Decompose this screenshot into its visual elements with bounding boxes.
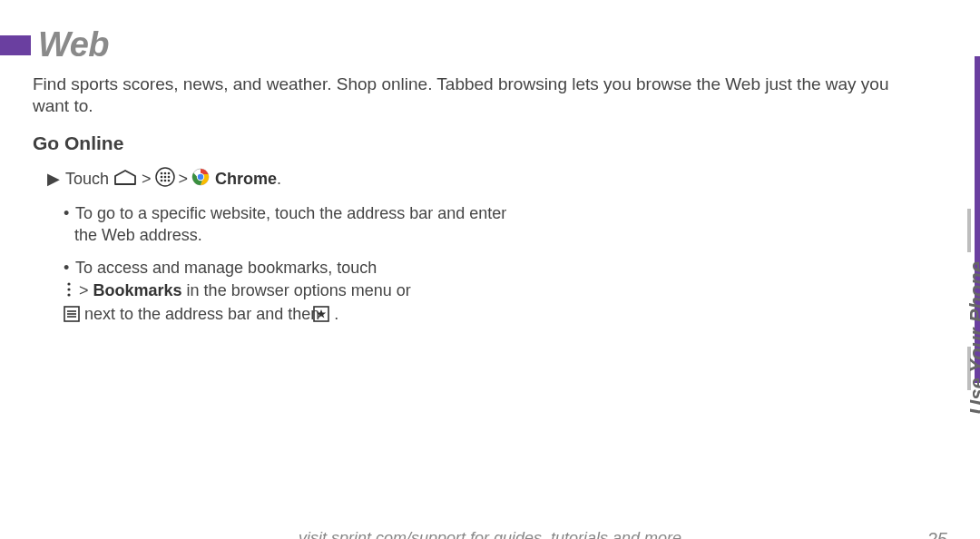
side-tab-label: Use Your Phone: [965, 261, 980, 415]
home-icon: [113, 168, 138, 191]
chrome-icon: [191, 168, 210, 191]
greater-than-2: >: [179, 170, 189, 189]
bullet-2-line-1: To access and manage bookmarks, touch: [75, 259, 377, 277]
touch-label: Touch: [65, 170, 109, 189]
svg-point-6: [167, 175, 170, 178]
svg-point-15: [67, 293, 70, 296]
svg-point-1: [160, 172, 162, 174]
heading-accent-bar: [0, 35, 31, 55]
bookmarks-label: Bookmarks: [93, 281, 182, 299]
page-list-icon: [74, 306, 80, 328]
svg-point-12: [198, 173, 203, 179]
svg-point-13: [67, 282, 70, 285]
svg-point-4: [160, 175, 162, 178]
heading-text: Web: [38, 25, 109, 64]
bullet-2: • To access and manage bookmarks, touch …: [64, 257, 528, 328]
bullet-dot-2: •: [64, 259, 69, 277]
page-number: 25: [927, 529, 947, 539]
bullet-1-text: To go to a specific website, touch the a…: [74, 204, 506, 244]
svg-point-8: [163, 179, 166, 181]
svg-point-3: [167, 172, 170, 174]
intro-paragraph: Find sports scores, news, and weather. S…: [33, 74, 904, 118]
bullet-1: • To go to a specific website, touch the…: [64, 202, 528, 247]
manual-page: Web Find sports scores, news, and weathe…: [0, 25, 980, 539]
svg-point-2: [163, 172, 166, 174]
footer-text: visit sprint.com/support for guides, tut…: [0, 529, 980, 539]
step-touch-sequence: ▶ Touch > >: [47, 167, 980, 191]
svg-point-5: [163, 175, 166, 178]
section-heading: Web: [0, 25, 980, 64]
step-marker: ▶: [47, 169, 60, 189]
apps-grid-icon: [155, 167, 175, 191]
side-tab-flank-top: [967, 209, 971, 252]
greater-than: >: [142, 170, 152, 189]
bullet-2-line-3: next to the address bar and then: [84, 305, 324, 323]
bullet-dot: •: [64, 204, 69, 222]
svg-point-7: [160, 179, 162, 181]
period: .: [277, 170, 281, 189]
greater-than-3: >: [79, 281, 89, 299]
period-end: .: [334, 305, 338, 323]
svg-point-14: [67, 288, 70, 290]
chrome-label: Chrome: [215, 170, 277, 189]
bullet-2-rest: in the browser options menu or: [187, 281, 411, 299]
subheading: Go Online: [33, 132, 980, 154]
svg-point-9: [167, 179, 170, 181]
bookmark-star-icon: [324, 306, 329, 328]
